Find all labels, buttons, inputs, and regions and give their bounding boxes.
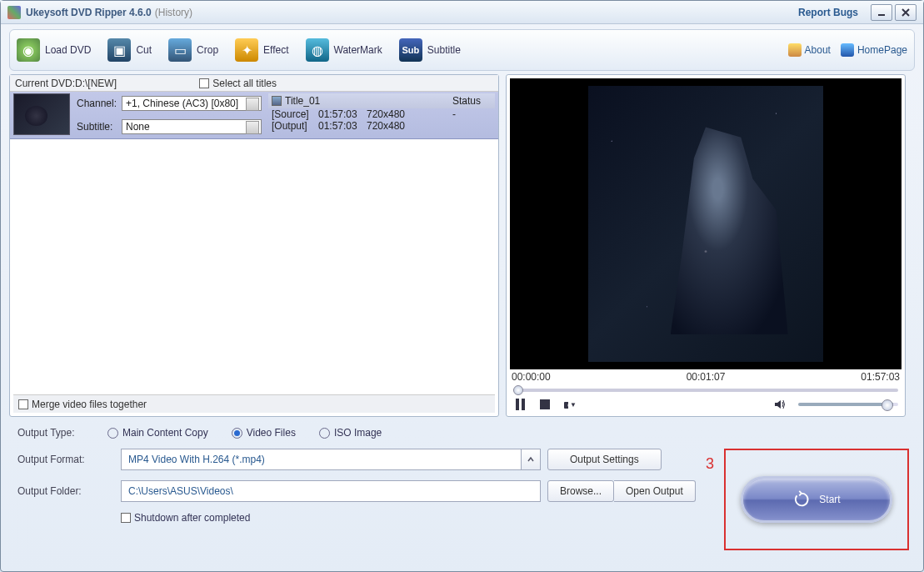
effect-button[interactable]: ✦ Effect: [235, 38, 288, 62]
merge-bar: Merge video files together: [13, 394, 495, 413]
time-start: 00:00:00: [512, 371, 551, 383]
browse-button[interactable]: Browse...: [547, 480, 614, 502]
dvd-list-panel: Current DVD:D:\[NEW] Select all titles C…: [9, 74, 499, 417]
svg-rect-0: [878, 14, 885, 16]
output-folder-label: Output Folder:: [17, 485, 121, 497]
app-icon: [7, 6, 21, 19]
start-button[interactable]: Start: [741, 476, 892, 523]
app-title: Ukeysoft DVD Ripper 4.6.0: [26, 7, 152, 18]
watermark-button[interactable]: ◍ WaterMark: [306, 38, 382, 62]
current-dvd-label: Current DVD:D:\[NEW]: [15, 78, 199, 89]
volume-icon[interactable]: [773, 398, 787, 411]
svg-rect-1: [540, 399, 550, 409]
subtitle-button[interactable]: Sub Subtitle: [399, 38, 461, 62]
volume-slider[interactable]: [798, 403, 898, 406]
callout-number: 3: [706, 455, 714, 473]
shutdown-checkbox[interactable]: [121, 513, 131, 523]
preview-panel: 00:00:00 00:01:07 01:57:03 ▼: [506, 74, 906, 417]
app-window: Ukeysoft DVD Ripper 4.6.0 (History) Repo…: [0, 0, 924, 572]
minimize-button[interactable]: [871, 4, 892, 21]
stop-button[interactable]: [538, 398, 552, 411]
open-output-button[interactable]: Open Output: [614, 480, 696, 502]
start-callout: 3 Start: [724, 449, 909, 550]
subtitle-label: Subtitle:: [77, 121, 122, 133]
radio-video-files[interactable]: Video Files: [232, 427, 296, 439]
about-link[interactable]: About: [788, 43, 831, 57]
channel-label: Channel:: [77, 98, 122, 109]
watermark-icon: ◍: [306, 38, 329, 62]
cut-icon: ▣: [107, 38, 131, 62]
dvd-title-row[interactable]: Channel: +1, Chinese (AC3) [0x80] Subtit…: [10, 92, 498, 139]
format-dropdown-toggle[interactable]: [521, 449, 541, 470]
merge-label: Merge video files together: [32, 399, 147, 410]
load-dvd-button[interactable]: ◉ Load DVD: [17, 38, 91, 62]
player-controls: ▼: [510, 396, 902, 413]
merge-checkbox[interactable]: [18, 399, 28, 409]
svg-rect-2: [564, 402, 568, 409]
homepage-link[interactable]: HomePage: [841, 43, 907, 57]
titlebar: Ukeysoft DVD Ripper 4.6.0 (History) Repo…: [1, 1, 923, 24]
dvd-icon: ◉: [17, 38, 40, 62]
time-row: 00:00:00 00:01:07 01:57:03: [510, 369, 902, 384]
title-thumbnail: [13, 93, 70, 135]
subtitle-select[interactable]: None: [122, 119, 262, 134]
video-preview[interactable]: [510, 78, 902, 369]
channel-select[interactable]: +1, Chinese (AC3) [0x80]: [122, 96, 262, 111]
main-toolbar: ◉ Load DVD ▣ Cut ▭ Crop ✦ Effect ◍ Water…: [9, 29, 915, 71]
channel-subtitle-area: Channel: +1, Chinese (AC3) [0x80] Subtit…: [77, 93, 262, 137]
about-icon: [788, 43, 802, 57]
radio-main-content[interactable]: Main Content Copy: [107, 427, 208, 439]
select-all-checkbox[interactable]: [199, 78, 209, 88]
effect-icon: ✦: [235, 38, 258, 62]
output-type-label: Output Type:: [17, 427, 107, 439]
seek-bar[interactable]: [510, 384, 902, 396]
time-end: 01:57:03: [861, 371, 900, 383]
video-frame: [588, 86, 823, 363]
report-bugs-link[interactable]: Report Bugs: [798, 7, 858, 18]
title-details: Title_01 Status [Source] 01:57:03 720x48…: [262, 93, 495, 137]
output-format-label: Output Format:: [17, 454, 121, 465]
title-checkbox[interactable]: [272, 96, 282, 106]
history-link[interactable]: (History): [155, 7, 192, 18]
crop-icon: ▭: [168, 38, 192, 62]
cut-button[interactable]: ▣ Cut: [107, 38, 152, 62]
refresh-icon: [792, 490, 811, 509]
time-current: 00:01:07: [687, 371, 726, 383]
select-all-label: Select all titles: [212, 78, 277, 89]
crop-button[interactable]: ▭ Crop: [168, 38, 218, 62]
close-button[interactable]: [895, 4, 917, 21]
subtitle-icon: Sub: [399, 38, 422, 62]
dvd-header: Current DVD:D:\[NEW] Select all titles: [10, 75, 498, 92]
radio-iso-image[interactable]: ISO Image: [319, 427, 382, 439]
output-folder-input[interactable]: C:\Users\ASUS\Videos\: [121, 480, 541, 502]
content-area: Current DVD:D:\[NEW] Select all titles C…: [1, 73, 923, 419]
output-settings-button[interactable]: Output Settings: [547, 449, 662, 470]
output-format-input[interactable]: MP4 Video With H.264 (*.mp4): [121, 449, 521, 470]
shutdown-label: Shutdown after completed: [134, 512, 250, 524]
pause-button[interactable]: [513, 398, 527, 411]
snapshot-button[interactable]: ▼: [563, 398, 577, 411]
home-icon: [841, 43, 854, 57]
